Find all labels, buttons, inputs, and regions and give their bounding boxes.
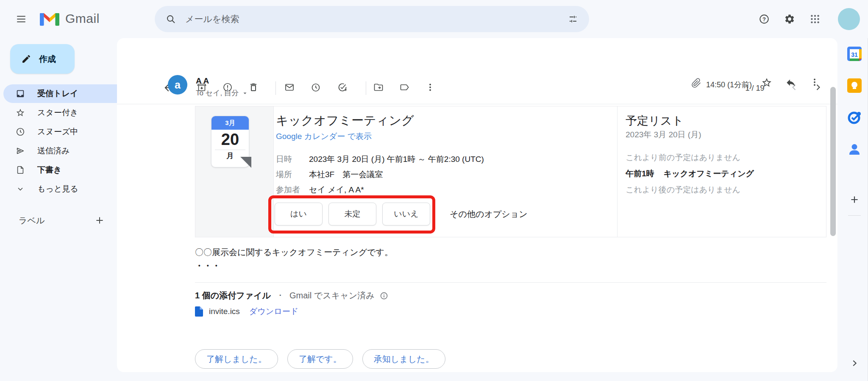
event-title: キックオフミーティング (276, 112, 414, 129)
star-icon (15, 108, 25, 117)
row-value: セイ メイ, A A* (309, 184, 364, 195)
google-tasks-icon[interactable] (847, 110, 862, 125)
reply-icon[interactable] (785, 77, 796, 88)
send-icon (15, 146, 25, 156)
delete-icon[interactable] (248, 82, 259, 92)
download-link[interactable]: ダウンロード (249, 306, 298, 317)
tune-icon[interactable] (568, 14, 578, 24)
google-keep-icon[interactable] (847, 78, 862, 93)
attachment-count: 1 個の添付ファイル (195, 290, 271, 301)
toolbar-separator (275, 81, 276, 95)
left-sidebar: 作成 受信トレイ 9 スター付き スヌーズ中 送信済み 下書き 1 もっと見る … (0, 38, 115, 381)
get-addons-icon[interactable] (849, 194, 860, 205)
toolbar-divider (117, 104, 837, 104)
agenda-event-title: キックオフミーティング (664, 168, 754, 179)
sidebar-item-label: もっと見る (37, 184, 78, 195)
search-icon[interactable] (166, 14, 176, 24)
message-more-icon[interactable] (810, 77, 820, 87)
snooze-icon[interactable] (311, 82, 321, 92)
search-placeholder: メールを検索 (185, 13, 568, 25)
pencil-icon (21, 54, 31, 64)
sidebar-item-label: 受信トレイ (37, 88, 78, 99)
event-location-row: 場所 本社3F 第一会議室 (276, 169, 383, 180)
hamburger-menu-icon[interactable] (11, 9, 31, 29)
date-badge-month: 3月 (211, 116, 249, 130)
sender-avatar[interactable]: a (168, 75, 187, 95)
search-bar[interactable]: メールを検索 (155, 6, 589, 32)
star-message-icon[interactable] (761, 77, 772, 88)
sidebar-item-label: スター付き (37, 107, 78, 118)
sidebar-item-label: 送信済み (37, 145, 70, 156)
recipients-row[interactable]: To セイ, 自分 (196, 88, 248, 98)
date-badge: 3月 20 月 (211, 116, 249, 167)
more-options-label[interactable]: その他のオプション (450, 209, 528, 220)
row-value: 本社3F 第一会議室 (309, 169, 383, 180)
info-icon[interactable] (380, 292, 388, 300)
google-calendar-icon[interactable]: 31 (847, 47, 862, 61)
scrollbar-thumb[interactable] (830, 87, 836, 236)
gmail-logo[interactable]: Gmail (40, 11, 100, 26)
email-view-panel: 1 / 19 a A A To セイ, 自分 14:50 (1分前) 3月 20… (117, 38, 837, 372)
compose-label: 作成 (39, 53, 56, 65)
calendar-day-number: 31 (851, 51, 858, 58)
clock-icon (15, 127, 25, 136)
smart-reply-chip[interactable]: 了解です。 (287, 349, 353, 369)
profile-avatar[interactable] (838, 8, 860, 30)
attachment-divider (195, 282, 826, 283)
add-label-icon[interactable] (94, 215, 105, 226)
agenda-no-later: これより後の予定はありません (626, 184, 740, 195)
row-label: 日時 (276, 154, 309, 165)
mark-unread-icon[interactable] (284, 82, 295, 92)
gmail-m-icon (40, 11, 59, 26)
sidebar-item-label: 下書き (37, 164, 61, 175)
toolbar-separator (366, 81, 366, 95)
sidebar-item-label: スヌーズ中 (37, 126, 78, 137)
view-in-calendar-link[interactable]: Google カレンダー で表示 (276, 131, 372, 142)
invite-panel-divider (617, 106, 618, 237)
attachment-scanned: Gmail でスキャン済み (289, 290, 375, 301)
row-value: 2023年 3月 20日 (月) 午前1時 ～ 午前2:30 (UTC) (309, 154, 484, 165)
smart-reply-row: 了解しました。 了解です。 承知しました。 (195, 349, 445, 369)
smart-reply-chip[interactable]: 承知しました。 (362, 349, 445, 369)
attachment-header: 1 個の添付ファイル ・ Gmail でスキャン済み (195, 290, 388, 301)
row-label: 場所 (276, 169, 309, 180)
file-icon (195, 306, 203, 317)
draft-icon (15, 165, 25, 175)
top-header: Gmail メールを検索 ? (0, 0, 868, 38)
side-panel-rail: 31 (841, 38, 868, 381)
event-attendees-row: 参加者 セイ メイ, A A* (276, 184, 364, 195)
calendar-invite-card: 3月 20 月 キックオフミーティング Google カレンダー で表示 日時 … (195, 106, 826, 237)
labels-section-header: ラベル (0, 211, 115, 230)
labels-icon[interactable] (399, 82, 409, 92)
expand-panel-icon[interactable] (850, 359, 859, 368)
details-caret-icon[interactable] (242, 90, 248, 96)
compose-button[interactable]: 作成 (10, 44, 75, 74)
date-badge-divider (215, 150, 245, 150)
help-icon[interactable]: ? (754, 9, 774, 29)
sender-name: A A (196, 76, 209, 86)
chevron-down-icon (15, 185, 25, 193)
annotation-highlight-box (268, 195, 435, 234)
rail-divider (848, 215, 861, 216)
add-to-tasks-icon[interactable] (337, 82, 348, 92)
labels-title: ラベル (19, 215, 45, 226)
attachment-file-row[interactable]: invite.ics ダウンロード (195, 306, 298, 317)
date-badge-fold (240, 157, 251, 168)
move-to-icon[interactable] (373, 82, 384, 92)
attachment-file-name[interactable]: invite.ics (209, 307, 240, 316)
email-body-ellipsis: ・・・ (195, 260, 220, 272)
row-label: 参加者 (276, 184, 309, 195)
agenda-date: 2023年 3月 20日 (月) (626, 129, 701, 140)
apps-grid-icon[interactable] (805, 9, 825, 29)
google-contacts-icon[interactable] (847, 142, 862, 156)
date-badge-day: 20 (211, 131, 249, 149)
more-vert-icon[interactable] (425, 82, 435, 92)
settings-gear-icon[interactable] (779, 9, 800, 29)
inbox-icon (15, 89, 25, 98)
message-timestamp: 14:50 (1分前) (706, 80, 752, 90)
event-datetime-row: 日時 2023年 3月 20日 (月) 午前1時 ～ 午前2:30 (UTC) (276, 154, 484, 165)
agenda-no-earlier: これより前の予定はありません (626, 152, 740, 163)
email-body-line: 〇〇展示会に関するキックオフミーティングです。 (195, 247, 393, 258)
smart-reply-chip[interactable]: 了解しました。 (195, 349, 278, 369)
recipients-label: To セイ, 自分 (196, 88, 239, 98)
